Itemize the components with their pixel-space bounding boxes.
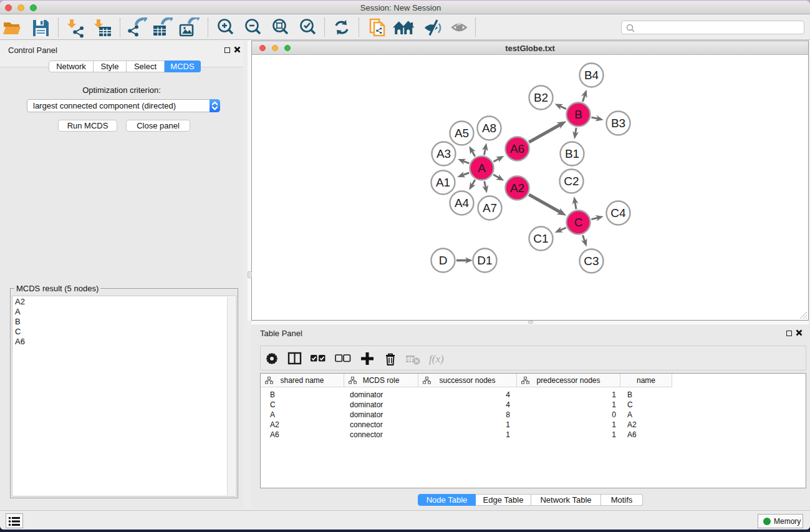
svg-text:f(x): f(x) xyxy=(429,353,444,365)
svg-text:C4: C4 xyxy=(610,206,626,220)
svg-text:A8: A8 xyxy=(482,122,496,135)
svg-text:B4: B4 xyxy=(584,69,599,82)
svg-text:A7: A7 xyxy=(483,201,497,215)
svg-text:C3: C3 xyxy=(584,254,599,268)
svg-text:A: A xyxy=(478,162,486,175)
svg-text:A2: A2 xyxy=(510,181,524,195)
svg-text:B1: B1 xyxy=(565,147,579,160)
svg-text:B: B xyxy=(574,108,582,121)
svg-text:A1: A1 xyxy=(436,176,450,189)
svg-text:C1: C1 xyxy=(533,232,548,245)
svg-text:D1: D1 xyxy=(477,254,492,267)
svg-text:A5: A5 xyxy=(455,127,469,140)
svg-text:A6: A6 xyxy=(510,142,524,155)
svg-text:B2: B2 xyxy=(534,91,548,104)
svg-text:C: C xyxy=(574,216,583,229)
svg-text:C2: C2 xyxy=(564,175,579,188)
svg-text:B3: B3 xyxy=(611,117,625,130)
svg-text:D: D xyxy=(439,254,448,267)
svg-text:A3: A3 xyxy=(436,147,451,160)
svg-text:A4: A4 xyxy=(455,196,470,210)
